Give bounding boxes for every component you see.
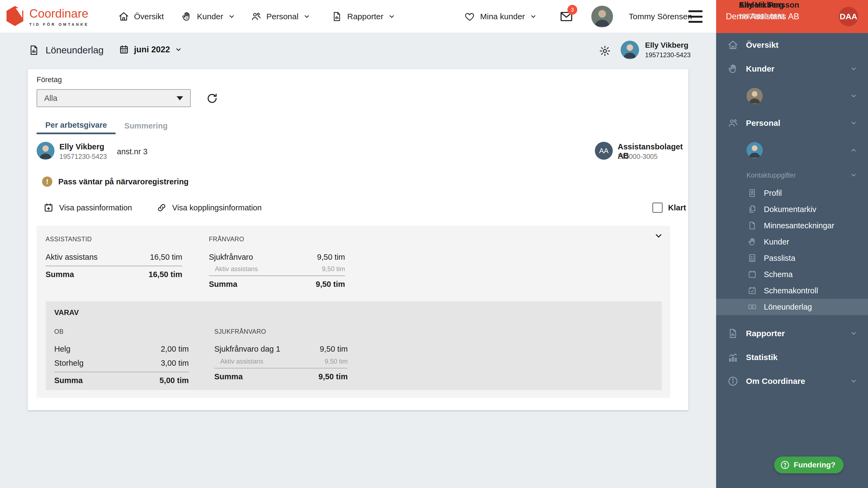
employee-avatar	[746, 142, 763, 158]
row-name: Sjukfrånvaro dag 1	[214, 345, 280, 354]
foretag-select[interactable]: Alla	[37, 89, 191, 107]
sidebar-item-dokumentarkiv[interactable]: Dokumentarkiv	[716, 201, 868, 218]
nav-mina-kunder[interactable]: Mina kunder	[464, 0, 537, 33]
selected-employee-header[interactable]: Elly Vikberg 19571230-5423	[621, 41, 691, 59]
sidebar-item-oversikt[interactable]: Översikt	[716, 33, 868, 57]
varav-sjukfranvaro-section: SJUKFRÅNVARO Sjukfrånvaro dag 1 9,50 tim…	[214, 328, 348, 384]
row-name: Storhelg	[54, 359, 84, 368]
visa-passinformation-link[interactable]: Visa passinformation	[43, 202, 132, 213]
summa-value: 16,50 tim	[149, 270, 182, 279]
tab-bar: Per arbetsgivare Summering	[37, 118, 176, 134]
visa-kopplingsinformation-link[interactable]: Visa kopplingsinformation	[156, 202, 262, 213]
sidebar-item-profil[interactable]: Profil	[716, 185, 868, 201]
settings-gear-icon[interactable]	[599, 45, 611, 57]
calendar-plus-icon	[43, 202, 54, 213]
sidebar-item-loneunderlag[interactable]: Löneunderlag	[716, 299, 868, 315]
nav-rapporter-label: Rapporter	[347, 12, 383, 21]
nav-messages[interactable]: 3	[559, 0, 574, 33]
sidebar-item-statistik[interactable]: Statistik	[716, 346, 868, 369]
employee-name: Elly Vikberg	[739, 1, 784, 9]
chevron-down-icon	[228, 13, 235, 20]
foretag-label: Företag	[37, 76, 62, 84]
sidebar-item-minnesanteckningar[interactable]: Minnesanteckningar	[716, 218, 868, 234]
chevron-down-icon	[388, 13, 395, 20]
summa-value: 9,50 tim	[318, 372, 348, 381]
sidebar-profil-label: Profil	[764, 189, 782, 198]
sidebar-item-om-coordinare[interactable]: Om Coordinare	[716, 369, 868, 393]
user-menu[interactable]: Tommy Sörensen	[629, 0, 692, 33]
employee-row: Elly Vikberg 19571230-5423 anst.nr 3 AA …	[37, 142, 680, 161]
sidebar-personal-label: Personal	[746, 119, 780, 128]
nav-personal[interactable]: Personal	[251, 0, 310, 33]
employee-avatar	[621, 41, 639, 59]
sidebar-dokumentarkiv-label: Dokumentarkiv	[764, 205, 816, 214]
warning-icon: !	[42, 176, 52, 187]
sidebar-item-passlista[interactable]: Passlista	[716, 250, 868, 266]
statistics-chart-icon	[727, 352, 738, 363]
refresh-button[interactable]	[206, 93, 218, 104]
chevron-down-icon	[530, 13, 537, 20]
user-avatar[interactable]	[591, 6, 613, 27]
coordinare-logo-icon	[6, 6, 23, 26]
main-content: Löneunderlag juni 2022 Elly Vikberg 1957…	[0, 33, 716, 488]
nav-kunder[interactable]: Kunder	[181, 0, 235, 33]
report-document-icon	[727, 328, 738, 339]
loneunderlag-page-icon	[28, 44, 40, 56]
varav-panel: VARAV OB Helg 2,00 tim Storhelg 3,00 tim	[46, 301, 662, 390]
chevron-down-icon	[850, 93, 857, 99]
sidebar-item-schema[interactable]: Schema	[716, 266, 868, 283]
nav-oversikt[interactable]: Översikt	[118, 0, 164, 33]
brand-tagline: TID FÖR OMTANKE	[29, 22, 89, 27]
franvaro-label: FRÅNVARO	[209, 236, 345, 243]
warning-text: Pass väntar på närvaroregistrering	[58, 177, 188, 186]
sidebar-customer-anders[interactable]: Anders Persson 19820610-0862	[716, 81, 868, 111]
klart-checkbox-row[interactable]: Klart	[652, 202, 686, 213]
nav-kunder-label: Kunder	[197, 12, 223, 21]
chevron-down-icon	[303, 13, 310, 20]
right-sidebar: Demo Assistans AB DAA Översikt Kunder An…	[716, 0, 868, 488]
fundering-help-button[interactable]: Fundering?	[774, 457, 844, 474]
sidebar-item-personal[interactable]: Personal	[716, 111, 868, 135]
sidebar-item-kunder[interactable]: Kunder	[716, 57, 868, 81]
visa-passinformation-label: Visa passinformation	[59, 203, 132, 212]
sidebar-item-kunder-sub[interactable]: Kunder	[716, 234, 868, 250]
top-navbar: Coordinare TID FÖR OMTANKE Översikt Kund…	[0, 0, 716, 33]
sidebar-employee-elly[interactable]: Elly Vikberg 19571230-5423	[716, 135, 868, 165]
klart-checkbox[interactable]	[652, 202, 663, 213]
row-name: Helg	[54, 345, 70, 354]
summa-label: Summa	[45, 270, 74, 279]
divider	[209, 275, 345, 276]
period-value: juni 2022	[134, 45, 170, 55]
employee-name: Elly Vikberg	[59, 142, 104, 151]
sidebar-section-kontaktuppgifter[interactable]: Kontaktuppgifter	[716, 165, 868, 185]
nav-mina-kunder-label: Mina kunder	[480, 12, 525, 21]
ob-section: OB Helg 2,00 tim Storhelg 3,00 tim Summa	[54, 328, 189, 387]
nav-personal-label: Personal	[267, 12, 299, 21]
kontaktuppgifter-label: Kontaktuppgifter	[746, 171, 796, 179]
coordinare-logo[interactable]: Coordinare TID FÖR OMTANKE	[6, 4, 89, 27]
period-selector[interactable]: juni 2022	[119, 44, 182, 55]
header-employee-id: 19571230-5423	[645, 51, 691, 59]
foretag-select-value: Alla	[44, 94, 177, 103]
sidebar-om-coordinare-label: Om Coordinare	[746, 377, 805, 386]
divider	[45, 266, 182, 266]
sidebar-schema-label: Schema	[764, 270, 793, 279]
sidebar-item-schemakontroll[interactable]: Schemakontroll	[716, 283, 868, 299]
sidebar-schemakontroll-label: Schemakontroll	[764, 286, 818, 295]
nav-rapporter[interactable]: Rapporter	[332, 0, 395, 33]
tab-summering[interactable]: Summering	[116, 118, 176, 134]
row-value: 9,50 tim	[317, 253, 345, 262]
summa-label: Summa	[214, 372, 243, 381]
summa-value: 9,50 tim	[316, 280, 345, 289]
hand-icon	[748, 237, 757, 247]
sidebar-rapporter-label: Rapporter	[746, 329, 785, 338]
row-name: Aktiv assistans	[45, 253, 98, 262]
hamburger-menu-icon[interactable]	[688, 10, 703, 23]
subrow-name: Aktiv assistans	[220, 358, 264, 365]
sidebar-item-rapporter[interactable]: Rapporter	[716, 322, 868, 346]
tab-per-arbetsgivare[interactable]: Per arbetsgivare	[37, 118, 116, 134]
people-icon	[727, 118, 738, 129]
link-icon	[156, 202, 167, 213]
ob-label: OB	[54, 328, 189, 335]
collapse-chevron-icon[interactable]	[654, 231, 663, 240]
